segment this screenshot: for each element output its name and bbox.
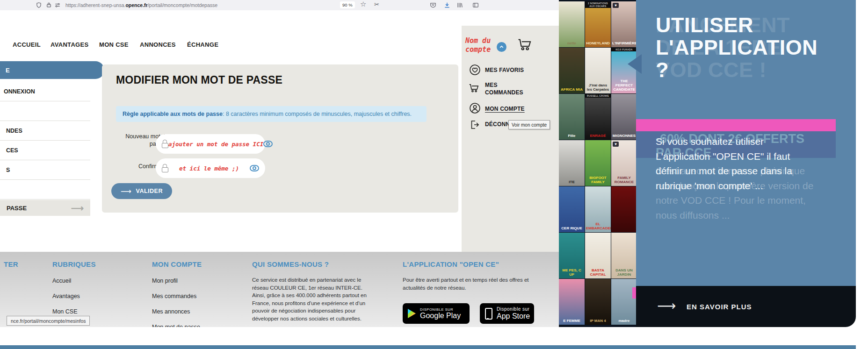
- app-store-badge[interactable]: Disponible surApp Store: [480, 303, 534, 324]
- poster-grid: nette2 NOMINATIONS AUX OSCARSHONEYLAND♥L…: [559, 1, 636, 325]
- poster-tile[interactable]: CER RIQUE: [559, 186, 585, 232]
- menu-item-commandes-label2[interactable]: COMMANDES: [485, 89, 523, 96]
- account-dropdown-panel: [462, 26, 559, 252]
- account-name-annotation: Nom du compte: [465, 36, 491, 54]
- promo-line: définir un mot de passe dans la: [656, 164, 792, 178]
- poster-tile[interactable]: BASTA CAPITAL: [585, 233, 611, 278]
- sidebar-item-active[interactable]: E: [0, 61, 104, 79]
- arrow-right-icon[interactable]: ⟶: [657, 298, 676, 313]
- poster-tile[interactable]: KOJI FUKADATHE PERFECT CANDIDATE: [611, 48, 637, 93]
- sidebar-item-hidden-1[interactable]: [0, 101, 90, 121]
- footer-link-mes-annonces[interactable]: Mes annonces: [152, 308, 190, 315]
- footer-link-mes-commandes[interactable]: Mes commandes: [152, 293, 196, 299]
- poster-tile[interactable]: DANS UN JARDIN: [611, 233, 637, 278]
- poster-title: L'INFIRMIÈRE: [612, 41, 636, 45]
- footer-link-mon-profil[interactable]: Mon profil: [152, 278, 178, 284]
- lock-icon[interactable]: [46, 2, 52, 8]
- download-icon[interactable]: [444, 2, 450, 8]
- menu-item-deconnexion[interactable]: [469, 119, 480, 132]
- en-savoir-plus-button[interactable]: EN SAVOIR PLUS: [687, 303, 752, 311]
- sidebar-item-commandes[interactable]: NDES: [0, 121, 90, 141]
- cart-icon[interactable]: [515, 36, 534, 53]
- poster-title: EL EMBARCADERO: [586, 222, 610, 230]
- footer-link-mot-de-passe[interactable]: Mon mot de passe: [152, 324, 200, 327]
- menu-item-compte-label[interactable]: MON COMPTE: [485, 106, 525, 112]
- poster-tile[interactable]: AFRICA MIA: [559, 48, 585, 93]
- poster-tile[interactable]: RUSSELL CROWEENRAGÉ: [585, 94, 611, 140]
- footer-heading-mon-compte: MON COMPTE: [152, 260, 202, 268]
- menu-item-compte[interactable]: [469, 102, 481, 116]
- google-play-badge[interactable]: DISPONIBLE SURGoogle Play: [403, 303, 470, 324]
- arrow-right-icon: ⟶: [71, 203, 84, 214]
- pocket-icon[interactable]: [430, 2, 436, 8]
- poster-title: THE PERFECT CANDIDATE: [612, 79, 636, 92]
- sidebar-item-label: ONNEXION: [4, 88, 35, 95]
- poster-tile[interactable]: IP MAN 4: [585, 279, 611, 325]
- poster-tile[interactable]: ♥FAMILY ROMANCE: [611, 140, 637, 186]
- footer-heading-rubriques: RUBRIQUES: [52, 260, 96, 268]
- valider-button[interactable]: ⟶ VALIDER: [111, 183, 172, 199]
- poster-tile[interactable]: Fille: [559, 94, 585, 140]
- poster-title: HONEYLAND: [586, 41, 610, 45]
- poster-tile[interactable]: madre: [611, 279, 637, 325]
- sidebar-item-connexion[interactable]: ONNEXION: [0, 82, 90, 101]
- show-password-eye-icon[interactable]: [250, 165, 259, 171]
- google-play-line1: DISPONIBLE SUR: [420, 307, 461, 312]
- chevron-up-icon: [499, 44, 504, 50]
- new-password-input[interactable]: ajouter un mot de passe ICI: [156, 134, 265, 154]
- menu-item-favoris[interactable]: [469, 64, 481, 78]
- menu-item-favoris-label[interactable]: MES FAVORIS: [485, 67, 524, 73]
- promo-line: L'application "OPEN CE" il faut: [656, 149, 792, 164]
- nav-item-echange[interactable]: ÉCHANGE: [187, 41, 218, 48]
- menu-item-commandes[interactable]: [468, 82, 480, 96]
- permissions-icon[interactable]: [54, 2, 61, 8]
- menu-item-deconnexion-label[interactable]: DÉCONN: [485, 121, 510, 128]
- poster-tile[interactable]: EL EMBARCADERO: [585, 186, 611, 232]
- poster-tile[interactable]: 2 NOMINATIONS AUX OSCARSHONEYLAND: [585, 1, 611, 47]
- bookmark-star-icon[interactable]: ☆: [360, 1, 366, 7]
- menu-item-commandes-label1[interactable]: MES: [485, 82, 498, 88]
- zoom-level-indicator[interactable]: 90 %: [340, 1, 355, 8]
- poster-tile[interactable]: J'irai dans les Carpates: [585, 48, 611, 93]
- nav-item-accueil[interactable]: ACCUEIL: [13, 41, 41, 48]
- footer-link-accueil[interactable]: Accueil: [52, 278, 71, 284]
- confirm-password-input[interactable]: et ici le même ;): [156, 158, 265, 178]
- poster-tile[interactable]: MIGNONNES: [611, 94, 637, 140]
- nav-item-mon-cse[interactable]: MON CSE: [99, 41, 129, 48]
- poster-title: ME PES, C UF: [560, 268, 584, 277]
- sidebar-active-label-fragment: E: [6, 67, 10, 74]
- confirm-password-annotation: et ici le même ;): [168, 165, 250, 172]
- favorite-heart-icon[interactable]: ♥: [613, 142, 619, 147]
- sidebar-item-label: S: [6, 167, 10, 173]
- poster-tile[interactable]: ITE: [559, 140, 585, 186]
- account-collapse-button[interactable]: [497, 42, 506, 52]
- library-icon[interactable]: [456, 2, 463, 8]
- footer-about-text: Ce service est distribué en partenariat …: [252, 276, 372, 322]
- sidebar-item-avis[interactable]: S: [0, 160, 90, 180]
- poster-title: BASTA CAPITAL: [586, 268, 610, 277]
- shield-icon[interactable]: [36, 2, 42, 8]
- sidebar-toggle-icon[interactable]: [472, 2, 479, 8]
- promo-paragraph: Si vous souhaitez utiliser L'application…: [656, 134, 792, 193]
- sidebar-item-mot-de-passe[interactable]: PASSE ⟶: [0, 200, 90, 216]
- address-bar[interactable]: https://adherent-snep-unsa.opence.fr/por…: [65, 2, 217, 8]
- google-play-icon: [408, 309, 416, 318]
- tooltip-voir-mon-compte: Voir mon compte: [508, 120, 550, 129]
- poster-header-text: 2 NOMINATIONS AUX OSCARS: [585, 1, 611, 8]
- sidebar-item-hidden-2[interactable]: [0, 180, 90, 199]
- poster-tile[interactable]: ♥L'INFIRMIÈRE: [611, 1, 637, 47]
- nav-item-avantages[interactable]: AVANTAGES: [51, 41, 88, 48]
- sidebar-item-annonces[interactable]: CES: [0, 141, 90, 160]
- poster-tile[interactable]: ME PES, C UF: [559, 233, 585, 278]
- footer-link-avantages[interactable]: Avantages: [52, 293, 80, 299]
- screenshot-scissors-icon[interactable]: ✂: [374, 1, 379, 8]
- show-password-eye-icon[interactable]: [263, 141, 273, 147]
- favorite-heart-icon[interactable]: ♥: [613, 3, 619, 8]
- poster-tile[interactable]: [611, 186, 637, 232]
- poster-tile[interactable]: E FEMME: [559, 279, 585, 325]
- poster-tile[interactable]: nette: [559, 1, 585, 47]
- poster-tile[interactable]: BIGFOOT FAMILY: [585, 140, 611, 186]
- footer-link-mon-cse[interactable]: Mon CSE: [52, 308, 78, 315]
- page-title: MODIFIER MON MOT DE PASSE: [116, 74, 282, 86]
- nav-item-annonces[interactable]: ANNONCES: [140, 41, 176, 48]
